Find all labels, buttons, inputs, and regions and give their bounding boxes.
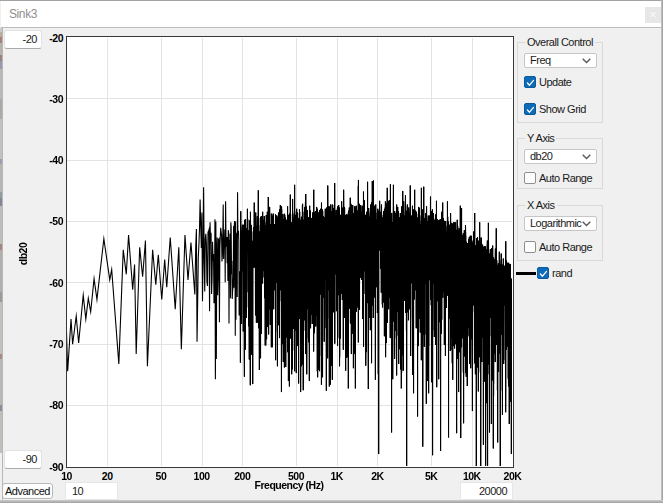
y-auto-range-row[interactable]: Auto Range: [524, 172, 592, 184]
x-auto-range-label: Auto Range: [539, 241, 592, 253]
y-tick-label: -80: [29, 400, 63, 411]
check-icon: [526, 79, 535, 87]
y-auto-range-checkbox[interactable]: [524, 172, 536, 184]
x-axis-group-title: X Axis: [525, 199, 557, 211]
app-window: Sink3 × -20 -90 Advanced -20-30-40-50-60…: [0, 0, 663, 503]
y-tick-label: -50: [29, 216, 63, 227]
chevron-down-icon: [582, 58, 591, 64]
y-tick-label: -20: [29, 33, 63, 44]
chevron-down-icon: [582, 154, 591, 160]
window-top-border: [0, 0, 663, 1]
y-tick-label: -70: [29, 339, 63, 350]
x-axis-dropdown-value: Logarithmic: [530, 217, 581, 229]
update-label: Update: [539, 76, 571, 88]
window-title: Sink3: [9, 7, 37, 21]
x-axis-group: X Axis Logarithmic Auto Range: [517, 205, 603, 261]
update-checkbox-row[interactable]: Update: [524, 76, 571, 88]
update-checkbox[interactable]: [524, 76, 536, 88]
overall-control-dropdown-value: Freq: [530, 54, 551, 66]
y-axis-title: db20: [17, 239, 29, 269]
legend-rand-checkbox[interactable]: [537, 267, 549, 279]
check-icon: [526, 106, 535, 114]
x-auto-range-row[interactable]: Auto Range: [524, 241, 592, 253]
x-axis-dropdown[interactable]: Logarithmic: [524, 216, 597, 231]
overall-control-group: Overall Control Freq Update Show Grid: [517, 42, 603, 123]
legend-rand-label: rand: [552, 267, 572, 279]
show-grid-label: Show Grid: [539, 103, 586, 115]
overall-control-title: Overall Control: [525, 36, 595, 48]
start-frequency-input[interactable]: 10: [65, 482, 118, 500]
close-button[interactable]: ×: [645, 7, 661, 23]
legend-line-sample: [516, 272, 536, 275]
overall-control-dropdown[interactable]: Freq: [524, 53, 597, 68]
y-axis-dropdown-value: db20: [530, 150, 552, 162]
y-auto-range-label: Auto Range: [539, 172, 592, 184]
window-left-border: [2, 28, 3, 500]
y-tick-label: -60: [29, 278, 63, 289]
check-icon: [539, 270, 548, 278]
spectrum-plot[interactable]: [67, 38, 512, 466]
x-auto-range-checkbox[interactable]: [524, 241, 536, 253]
y-tick-label: -40: [29, 155, 63, 166]
show-grid-checkbox[interactable]: [524, 103, 536, 115]
y-axis-group-title: Y Axis: [525, 132, 556, 144]
y-axis-dropdown[interactable]: db20: [524, 149, 597, 164]
y-axis-group: Y Axis db20 Auto Range: [517, 138, 603, 189]
show-grid-checkbox-row[interactable]: Show Grid: [524, 103, 586, 115]
y-tick-label: -30: [29, 94, 63, 105]
stop-frequency-input[interactable]: 20000: [460, 482, 513, 500]
title-bar[interactable]: Sink3: [1, 1, 662, 28]
chevron-down-icon: [582, 221, 591, 227]
